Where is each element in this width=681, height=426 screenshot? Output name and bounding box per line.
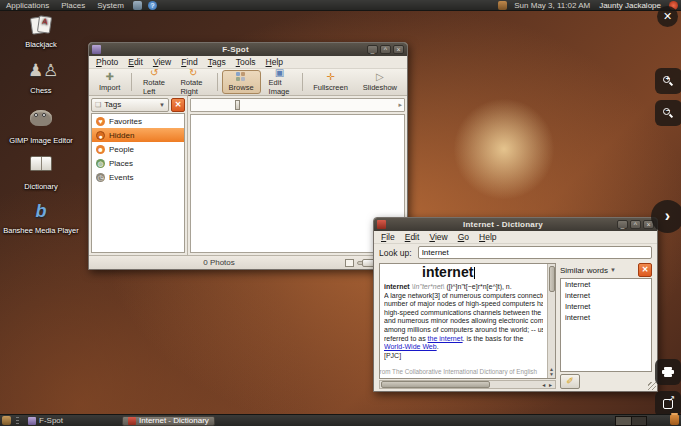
notification-indicator-icon[interactable] bbox=[498, 1, 507, 10]
desktop-icon-chess[interactable]: ♟♙ Chess bbox=[2, 60, 80, 95]
tag-label: People bbox=[109, 145, 134, 154]
definition-vscrollbar[interactable]: ▲▼ bbox=[547, 264, 555, 378]
rotate-right-icon: ↻ bbox=[189, 68, 197, 78]
tag-row-people[interactable]: ☻ People bbox=[92, 142, 184, 156]
close-button[interactable]: × bbox=[393, 45, 404, 54]
similar-word-item[interactable]: Internet bbox=[561, 279, 651, 290]
dict-menu-view[interactable]: View bbox=[424, 232, 452, 242]
places-globe-icon: ◍ bbox=[96, 159, 105, 168]
fspot-window-title: F-Spot bbox=[104, 45, 367, 54]
import-button[interactable]: ✚ Import bbox=[92, 70, 127, 94]
dictionary-titlebar[interactable]: Internet - Dictionary _ ^ × bbox=[374, 218, 657, 231]
wand-icon: ✐ bbox=[566, 376, 574, 386]
dict-menu-go[interactable]: Go bbox=[453, 232, 474, 242]
workspace-2[interactable] bbox=[631, 417, 646, 425]
lookup-input[interactable] bbox=[418, 246, 652, 259]
fspot-app-icon bbox=[92, 45, 101, 54]
menu-applications[interactable]: Applications bbox=[0, 0, 55, 10]
desktop-icon-gimp[interactable]: GIMP Image Editor bbox=[2, 106, 80, 145]
dictionary-window-title: Internet - Dictionary bbox=[389, 220, 617, 229]
taskbar-item-dictionary[interactable]: Internet - Dictionary bbox=[122, 416, 215, 426]
maximize-button[interactable]: ^ bbox=[630, 220, 641, 229]
minimize-button[interactable]: _ bbox=[367, 45, 378, 54]
desktop-icon-banshee[interactable]: b Banshee Media Player bbox=[2, 200, 80, 235]
overlay-zoom-in-button[interactable]: + bbox=[655, 68, 681, 94]
similar-word-item[interactable]: Internet bbox=[561, 301, 651, 312]
gimp-icon bbox=[28, 110, 54, 134]
world-wide-web-link[interactable]: World-Wide Web bbox=[384, 343, 437, 350]
fspot-menu-help[interactable]: Help bbox=[261, 57, 288, 67]
clock[interactable]: Sun May 3, 11:02 AM bbox=[510, 1, 594, 10]
fullscreen-button[interactable]: ✛ Fullscreen bbox=[306, 70, 355, 94]
maximize-button[interactable]: ^ bbox=[380, 45, 391, 54]
tag-row-hidden[interactable]: ● Hidden bbox=[92, 128, 184, 142]
similar-words-header[interactable]: Similar words bbox=[560, 266, 608, 275]
desktop-icon-blackjack[interactable]: A Blackjack bbox=[2, 14, 80, 49]
definition-pane[interactable]: internet internet \In"ter*net\ ([i^]n"t[… bbox=[380, 264, 547, 378]
pron-rest: ([i^]n"t[~e]r*n[e^]t), n. bbox=[446, 283, 511, 290]
menu-places[interactable]: Places bbox=[55, 0, 91, 10]
window-resize-grip[interactable] bbox=[648, 382, 656, 390]
fspot-menu-find[interactable]: Find bbox=[176, 57, 203, 67]
fspot-menu-tools[interactable]: Tools bbox=[231, 57, 261, 67]
similar-word-item[interactable]: internet bbox=[561, 290, 651, 301]
chevron-down-icon: ▼ bbox=[610, 267, 616, 273]
overlay-print-button[interactable] bbox=[655, 359, 681, 385]
dict-menu-edit[interactable]: Edit bbox=[400, 232, 425, 242]
browser-launcher-icon[interactable] bbox=[133, 1, 142, 10]
tag-row-favorites[interactable]: ♥ Favorites bbox=[92, 114, 184, 128]
browse-button[interactable]: Browse bbox=[222, 70, 261, 94]
vscroll-arrows-icon[interactable]: ▲▼ bbox=[549, 367, 554, 378]
timeline-handle[interactable] bbox=[235, 100, 240, 110]
tag-row-places[interactable]: ◍ Places bbox=[92, 156, 184, 170]
desktop-icon-label: Blackjack bbox=[2, 40, 80, 49]
bottom-panel: F-Spot Internet - Dictionary bbox=[0, 414, 681, 426]
help-launcher-icon[interactable]: ? bbox=[148, 1, 157, 10]
menu-system[interactable]: System bbox=[91, 0, 130, 10]
zoom-in-icon: + bbox=[663, 76, 674, 87]
fspot-menu-tags[interactable]: Tags bbox=[203, 57, 231, 67]
dict-menu-file[interactable]: File bbox=[376, 232, 400, 242]
rotate-right-label: Rotate Right bbox=[180, 78, 206, 96]
desktop-icon-dictionary[interactable]: Dictionary bbox=[2, 152, 80, 191]
definition-hscrollbar[interactable]: ◂ ▸ bbox=[379, 380, 556, 389]
fspot-menu-photo[interactable]: Photo bbox=[91, 57, 123, 67]
hscroll-thumb[interactable] bbox=[381, 381, 490, 388]
browse-icon bbox=[236, 72, 246, 83]
overlay-zoom-out-button[interactable]: − bbox=[655, 100, 681, 126]
similar-words-panel: Similar words ▼ ✕ Internet internet Inte… bbox=[560, 263, 652, 389]
fspot-toolbar: ✚ Import ↺ Rotate Left ↻ Rotate Right Br… bbox=[89, 69, 407, 96]
taskbar-item-fspot[interactable]: F-Spot bbox=[23, 416, 68, 426]
rotate-right-button[interactable]: ↻ Rotate Right bbox=[173, 70, 213, 94]
similar-words-close-button[interactable]: ✕ bbox=[638, 263, 652, 277]
smart-lookup-button[interactable]: ✐ bbox=[560, 374, 580, 389]
vscroll-thumb[interactable] bbox=[549, 266, 555, 292]
rotate-left-button[interactable]: ↺ Rotate Left bbox=[136, 70, 173, 94]
similar-word-item[interactable]: internet bbox=[561, 312, 651, 323]
overlay-next-button[interactable]: › bbox=[651, 200, 681, 233]
edit-image-button[interactable]: ▣ Edit Image bbox=[262, 70, 298, 94]
minimize-button[interactable]: _ bbox=[617, 220, 628, 229]
overlay-close-button[interactable]: ✕ bbox=[657, 6, 678, 27]
import-icon: ✚ bbox=[105, 72, 113, 83]
slideshow-button[interactable]: ▷ Slideshow bbox=[356, 70, 404, 94]
task-label: F-Spot bbox=[39, 416, 63, 425]
fspot-menu-edit[interactable]: Edit bbox=[123, 57, 148, 67]
fspot-titlebar[interactable]: F-Spot _ ^ × bbox=[89, 43, 407, 56]
tags-combo[interactable]: ❏ Tags ▼ bbox=[91, 98, 169, 112]
hscroll-arrows-icon[interactable]: ◂ ▸ bbox=[540, 381, 555, 388]
dict-menu-help[interactable]: Help bbox=[474, 232, 501, 242]
timeline-slider[interactable]: ▸ bbox=[190, 98, 405, 112]
fspot-menu-view[interactable]: View bbox=[148, 57, 176, 67]
internet-link[interactable]: the internet bbox=[428, 335, 463, 342]
tag-row-events[interactable]: ◷ Events bbox=[92, 170, 184, 184]
banshee-icon: b bbox=[28, 200, 54, 224]
favorites-heart-icon: ♥ bbox=[96, 117, 105, 126]
workspace-1[interactable] bbox=[616, 417, 631, 425]
show-desktop-icon[interactable] bbox=[2, 416, 11, 425]
timeline-right-arrow-icon[interactable]: ▸ bbox=[398, 101, 402, 109]
sidebar-close-button[interactable]: ✕ bbox=[171, 98, 185, 112]
tag-list: ♥ Favorites ● Hidden ☻ People ◍ Places bbox=[91, 113, 185, 253]
workspace-switcher[interactable] bbox=[615, 416, 647, 426]
trash-icon[interactable] bbox=[670, 415, 679, 425]
